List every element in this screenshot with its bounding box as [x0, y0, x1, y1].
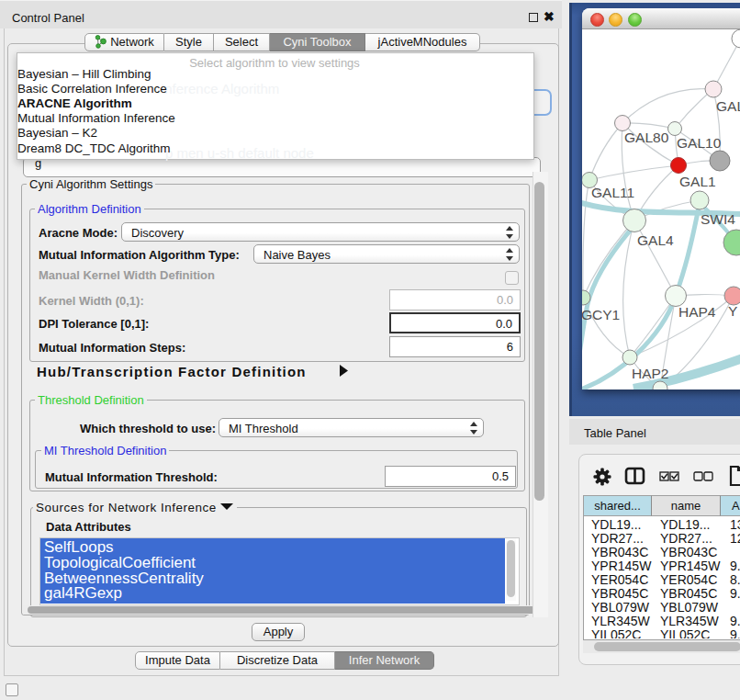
svg-text:SWI4: SWI4 [701, 211, 735, 227]
svg-text:GAL4: GAL4 [637, 232, 674, 248]
svg-text:GAL10: GAL10 [677, 135, 722, 151]
svg-text:GAL7: GAL7 [716, 98, 740, 114]
svg-text:GAL1: GAL1 [679, 174, 716, 189]
svg-text:GAL11: GAL11 [591, 185, 634, 200]
svg-text:HAP4: HAP4 [678, 304, 716, 320]
svg-text:HAP2: HAP2 [632, 366, 669, 381]
svg-text:GCY1: GCY1 [582, 307, 620, 322]
svg-text:Y: Y [728, 303, 737, 319]
svg-text:GAL80: GAL80 [624, 130, 669, 145]
